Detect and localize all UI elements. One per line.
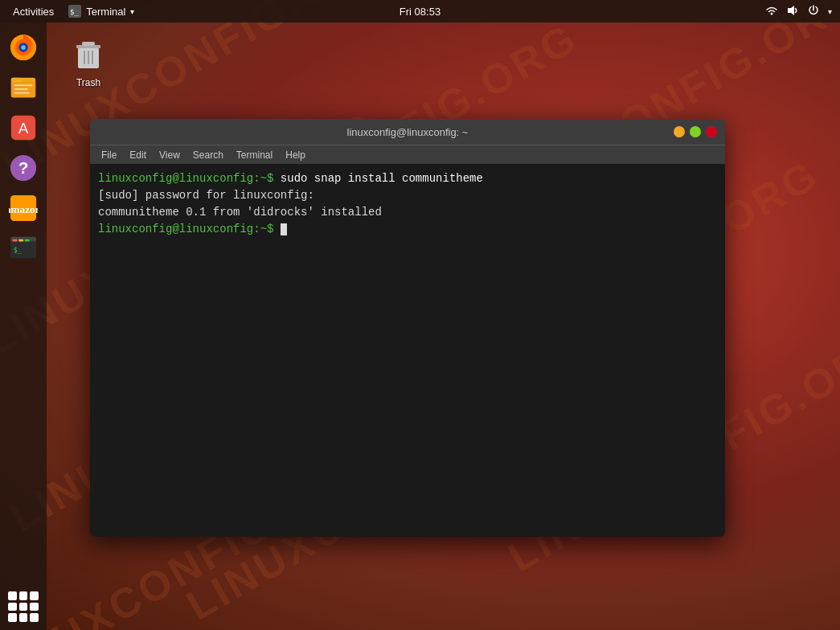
firefox-icon xyxy=(9,33,38,62)
amazon-icon: amazon xyxy=(9,194,38,223)
network-icon[interactable] xyxy=(765,4,778,19)
trash-desktop-icon[interactable]: Trash xyxy=(56,32,121,92)
sound-icon[interactable] xyxy=(786,4,799,19)
menu-edit[interactable]: Edit xyxy=(125,148,151,162)
dock-amazon[interactable]: amazon xyxy=(6,191,40,225)
dock-firefox[interactable] xyxy=(6,31,40,64)
activities-button[interactable]: Activities xyxy=(8,4,59,19)
svg-rect-29 xyxy=(84,51,85,64)
dock-help[interactable]: ? xyxy=(6,151,40,185)
terminal-cursor xyxy=(281,223,287,235)
svg-rect-11 xyxy=(14,84,33,86)
software-center-icon: A xyxy=(9,113,38,142)
terminal-window: linuxconfig@linuxconfig: ~ − □ × File Ed… xyxy=(90,119,725,537)
topbar-app-name[interactable]: Terminal xyxy=(86,6,125,18)
trash-icon-svg xyxy=(71,37,106,72)
help-icon: ? xyxy=(9,153,38,182)
terminal-command-1: sudo snap install communitheme xyxy=(281,172,483,185)
dock-bottom xyxy=(8,591,39,622)
topbar-right: ▾ xyxy=(765,4,832,19)
terminal-controls: − □ × xyxy=(674,126,717,137)
terminal-titlebar: linuxconfig@linuxconfig: ~ − □ × xyxy=(90,119,725,145)
terminal-title: linuxconfig@linuxconfig: ~ xyxy=(347,126,469,138)
trash-icon-image xyxy=(69,35,108,74)
dock-terminal[interactable]: $_ xyxy=(6,231,40,265)
svg-rect-31 xyxy=(92,51,93,64)
menu-search[interactable]: Search xyxy=(188,148,228,162)
terminal-line-2: [sudo] password for linuxconfig: xyxy=(98,187,717,204)
trash-label: Trash xyxy=(76,77,100,88)
svg-rect-12 xyxy=(14,88,28,90)
terminal-prompt-2: linuxconfig@linuxconfig:~$ xyxy=(98,223,281,235)
terminal-prompt-1: linuxconfig@linuxconfig:~$ xyxy=(98,172,281,185)
terminal-dock-icon: $_ xyxy=(9,234,38,263)
svg-text:?: ? xyxy=(18,158,29,177)
svg-text:$_: $_ xyxy=(70,8,79,16)
svg-point-7 xyxy=(21,45,26,50)
files-icon xyxy=(9,73,38,102)
svg-rect-10 xyxy=(11,78,22,83)
show-apps-button[interactable] xyxy=(8,591,39,622)
desktop: LINUXCONFIG.ORG LINUXCONFIG.ORG LINUXCON… xyxy=(0,0,840,630)
terminal-close-button[interactable]: × xyxy=(706,126,717,137)
dock-files[interactable] xyxy=(6,71,40,104)
terminal-line-1: linuxconfig@linuxconfig:~$ sudo snap ins… xyxy=(98,170,717,187)
terminal-line-3: communitheme 0.1 from 'didrocks' install… xyxy=(98,204,717,221)
dock-software-center[interactable]: A xyxy=(6,111,40,145)
svg-text:A: A xyxy=(18,120,29,137)
svg-rect-22 xyxy=(13,239,18,242)
terminal-minimize-button[interactable]: − xyxy=(674,126,685,137)
svg-rect-13 xyxy=(14,92,30,94)
svg-rect-23 xyxy=(18,239,23,242)
terminal-maximize-button[interactable]: □ xyxy=(690,126,701,137)
svg-rect-28 xyxy=(82,42,95,46)
topbar-terminal-icon: $_ xyxy=(68,5,81,18)
dock: A ? amazon $_ xyxy=(0,22,47,630)
menu-view[interactable]: View xyxy=(154,148,185,162)
topbar-app-indicator: $_ Terminal ▾ xyxy=(68,5,134,18)
topbar-dropdown-icon[interactable]: ▾ xyxy=(828,7,832,16)
menu-help[interactable]: Help xyxy=(281,148,310,162)
terminal-line-4: linuxconfig@linuxconfig:~$ xyxy=(98,221,717,238)
svg-point-2 xyxy=(771,12,773,14)
svg-marker-3 xyxy=(788,6,794,15)
topbar: Activities $_ Terminal ▾ Fri 08:53 xyxy=(0,0,840,22)
terminal-body[interactable]: linuxconfig@linuxconfig:~$ sudo snap ins… xyxy=(90,164,725,537)
topbar-clock[interactable]: Fri 08:53 xyxy=(400,6,440,18)
svg-text:$_: $_ xyxy=(14,246,23,254)
svg-rect-24 xyxy=(25,239,30,242)
desktop-icons-area: Trash xyxy=(56,32,121,92)
svg-rect-30 xyxy=(88,51,89,64)
menu-terminal[interactable]: Terminal xyxy=(232,148,277,162)
svg-text:amazon: amazon xyxy=(9,203,38,215)
topbar-dropdown-icon[interactable]: ▾ xyxy=(130,7,134,16)
menu-file[interactable]: File xyxy=(96,148,121,162)
terminal-menubar: File Edit View Search Terminal Help xyxy=(90,145,725,164)
topbar-left: Activities $_ Terminal ▾ xyxy=(8,4,134,19)
power-icon[interactable] xyxy=(807,4,820,19)
